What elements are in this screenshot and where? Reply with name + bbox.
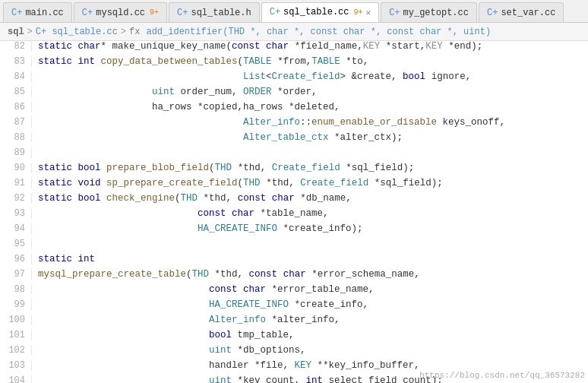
line-num-102: 102 xyxy=(0,345,32,356)
code-line-82: 82 static char* make_unique_key_name(con… xyxy=(0,41,588,56)
line-num-96: 96 xyxy=(0,254,32,264)
code-line-83: 83 static int copy_data_between_tables(T… xyxy=(0,56,588,71)
code-content-100: Alter_info *alter_info, xyxy=(38,315,588,325)
code-content-88: Alter_table_ctx *alter_ctx); xyxy=(38,132,588,143)
line-num-84: 84 xyxy=(0,71,32,82)
code-content-104: uint *key_count, int select_field_count)… xyxy=(38,375,588,383)
code-content-86: ha_rows *copied,ha_rows *deleted, xyxy=(38,102,588,112)
line-num-83: 83 xyxy=(0,56,32,67)
line-num-88: 88 xyxy=(0,132,32,143)
line-num-97: 97 xyxy=(0,269,32,280)
tab-label-getopt: my_getopt.cc xyxy=(403,8,469,18)
tab-mysqld-cc[interactable]: C+ mysqld.cc 9+ xyxy=(74,2,167,22)
tab-icon-sql-h: C+ xyxy=(177,8,188,18)
line-num-103: 103 xyxy=(0,360,32,371)
code-content-98: const char *error_table_name, xyxy=(38,284,588,295)
tab-set-var-cc[interactable]: C+ set_var.cc xyxy=(479,2,564,22)
bc-file[interactable]: C+ sql_table.cc xyxy=(36,27,118,37)
code-line-100: 100 Alter_info *alter_info, xyxy=(0,315,588,330)
code-line-104: 104 uint *key_count, int select_field_co… xyxy=(0,375,588,383)
tab-label-main: main.cc xyxy=(25,8,63,18)
tab-label-mysqld: mysqld.cc xyxy=(96,8,145,18)
bc-func-prefix: fx xyxy=(129,27,140,37)
code-area: 82 static char* make_unique_key_name(con… xyxy=(0,41,588,383)
code-content-83: static int copy_data_between_tables(TABL… xyxy=(38,56,588,67)
code-line-84: 84 List<Create_field> &create, bool igno… xyxy=(0,71,588,87)
tab-icon-getopt: C+ xyxy=(389,8,400,18)
tab-label-setvar: set_var.cc xyxy=(501,8,555,18)
tab-sql-table-cc[interactable]: C+ sql_table.cc 9+ ✕ xyxy=(261,2,379,22)
code-line-97: 97 mysql_prepare_create_table(THD *thd, … xyxy=(0,269,588,284)
code-line-98: 98 const char *error_table_name, xyxy=(0,284,588,299)
line-num-87: 87 xyxy=(0,117,32,128)
code-line-96: 96 static int xyxy=(0,254,588,269)
tab-bar: C+ main.cc C+ mysqld.cc 9+ C+ sql_table.… xyxy=(0,0,588,23)
bc-sep1: > xyxy=(27,27,33,37)
code-content-91: static void sp_prepare_create_field(THD … xyxy=(38,178,588,188)
bc-func[interactable]: add_identifier(THD *, char *, const char… xyxy=(146,27,491,37)
code-line-91: 91 static void sp_prepare_create_field(T… xyxy=(0,178,588,193)
tab-main-cc[interactable]: C+ main.cc xyxy=(3,2,72,22)
code-line-102: 102 uint *db_options, xyxy=(0,345,588,360)
code-content-85: uint order_num, ORDER *order, xyxy=(38,87,588,97)
code-content-101: bool tmp_table, xyxy=(38,330,588,340)
code-content-87: Alter_info::enum_enable_or_disable keys_… xyxy=(38,117,588,128)
line-num-95: 95 xyxy=(0,239,32,249)
code-line-90: 90 static bool prepare_blob_field(THD *t… xyxy=(0,163,588,178)
bc-sep2: > xyxy=(121,27,126,37)
line-num-89: 89 xyxy=(0,147,32,158)
line-num-101: 101 xyxy=(0,330,32,340)
code-line-89: 89 xyxy=(0,147,588,163)
code-line-99: 99 HA_CREATE_INFO *create_info, xyxy=(0,299,588,315)
line-num-85: 85 xyxy=(0,87,32,97)
line-num-104: 104 xyxy=(0,375,32,383)
code-line-87: 87 Alter_info::enum_enable_or_disable ke… xyxy=(0,117,588,132)
line-num-93: 93 xyxy=(0,208,32,219)
code-content-97: mysql_prepare_create_table(THD *thd, con… xyxy=(38,269,588,280)
tab-icon-main: C+ xyxy=(11,8,22,18)
bc-root: sql xyxy=(8,27,24,37)
line-num-82: 82 xyxy=(0,41,32,52)
tab-label-sql-cc: sql_table.cc xyxy=(283,7,349,17)
tab-icon-sql-cc: C+ xyxy=(270,7,280,17)
line-num-99: 99 xyxy=(0,299,32,310)
line-num-86: 86 xyxy=(0,102,32,112)
code-line-86: 86 ha_rows *copied,ha_rows *deleted, xyxy=(0,102,588,117)
line-num-98: 98 xyxy=(0,284,32,295)
code-line-93: 93 const char *table_name, xyxy=(0,208,588,223)
tab-my-getopt-cc[interactable]: C+ my_getopt.cc xyxy=(381,2,477,22)
code-content-95 xyxy=(38,239,588,249)
code-content-103: handler *file, KEY **key_info_buffer, xyxy=(38,360,588,371)
code-content-89 xyxy=(38,147,588,158)
tab-label-sql-h: sql_table.h xyxy=(191,8,251,18)
code-line-94: 94 HA_CREATE_INFO *create_info); xyxy=(0,223,588,239)
code-content-93: const char *table_name, xyxy=(38,208,588,219)
code-line-103: 103 handler *file, KEY **key_info_buffer… xyxy=(0,360,588,375)
line-num-91: 91 xyxy=(0,178,32,188)
code-line-92: 92 static bool check_engine(THD *thd, co… xyxy=(0,193,588,208)
code-content-90: static bool prepare_blob_field(THD *thd,… xyxy=(38,163,588,173)
code-content-84: List<Create_field> &create, bool ignore, xyxy=(38,71,588,82)
line-num-90: 90 xyxy=(0,163,32,173)
code-content-96: static int xyxy=(38,254,588,264)
tab-icon-setvar: C+ xyxy=(487,8,498,18)
line-num-100: 100 xyxy=(0,315,32,325)
code-content-82: static char* make_unique_key_name(const … xyxy=(38,41,588,52)
breadcrumb: sql > C+ sql_table.cc > fx add_identifie… xyxy=(0,23,588,41)
code-content-99: HA_CREATE_INFO *create_info, xyxy=(38,299,588,310)
tab-badge-sql-cc: 9+ xyxy=(354,8,363,17)
code-line-95: 95 xyxy=(0,239,588,254)
tab-close-sql-cc[interactable]: ✕ xyxy=(366,8,371,17)
code-line-88: 88 Alter_table_ctx *alter_ctx); xyxy=(0,132,588,147)
line-num-92: 92 xyxy=(0,193,32,204)
code-content-92: static bool check_engine(THD *thd, const… xyxy=(38,193,588,204)
tab-badge-mysqld: 9+ xyxy=(150,8,159,17)
tab-icon-mysqld: C+ xyxy=(82,8,93,18)
tab-sql-table-h[interactable]: C+ sql_table.h xyxy=(169,2,260,22)
code-content-102: uint *db_options, xyxy=(38,345,588,356)
code-line-101: 101 bool tmp_table, xyxy=(0,330,588,345)
line-num-94: 94 xyxy=(0,223,32,234)
code-line-85: 85 uint order_num, ORDER *order, xyxy=(0,87,588,102)
code-content-94: HA_CREATE_INFO *create_info); xyxy=(38,223,588,234)
